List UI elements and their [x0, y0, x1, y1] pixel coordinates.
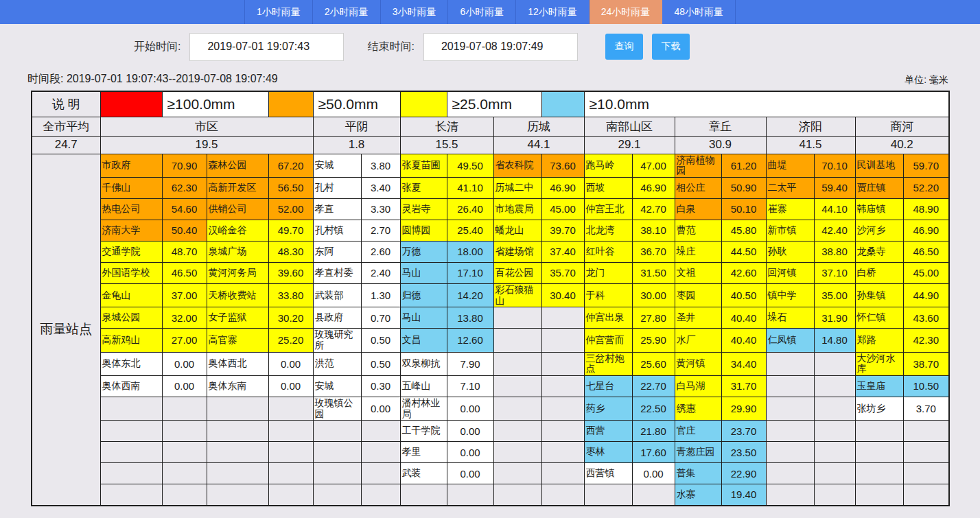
- station-name: 金龟山: [100, 283, 162, 307]
- station-name: 泉城广场: [207, 241, 268, 262]
- station-value: 19.40: [721, 484, 766, 506]
- empty-cell: [814, 421, 855, 442]
- table-row: 济南大学50.40汉峪金谷49.70孔村镇2.70圆博园25.40蟠龙山39.7…: [32, 220, 949, 241]
- station-value: 30.00: [632, 283, 675, 307]
- table-row: 交通学院48.70泉城广场48.30东阿2.60万德18.00省建场馆37.40…: [32, 241, 949, 262]
- station-value: 39.70: [541, 220, 584, 241]
- start-time-input[interactable]: [189, 33, 344, 61]
- empty-cell: [361, 442, 400, 463]
- query-button[interactable]: 查询: [605, 34, 643, 60]
- station-value: 34.40: [721, 352, 766, 375]
- station-value: 42.60: [721, 262, 766, 283]
- station-name: 绣惠: [675, 397, 721, 420]
- legend-threshold-text: ≥100.0mm: [162, 91, 268, 117]
- station-name: 龙桑寺: [855, 241, 903, 262]
- station-name: 郑路: [855, 329, 903, 352]
- station-value: 38.10: [632, 220, 675, 241]
- empty-cell: [855, 421, 903, 442]
- station-name: 安城: [313, 375, 361, 397]
- station-value: 59.70: [903, 154, 949, 177]
- empty-cell: [313, 463, 361, 484]
- station-name: 市政府: [100, 154, 162, 177]
- station-value: 45.80: [721, 220, 766, 241]
- district-header: 章丘: [675, 117, 766, 136]
- station-value: 0.00: [447, 463, 493, 484]
- tab-rainfall-6[interactable]: 24小时雨量: [590, 0, 663, 24]
- station-name: 归德: [400, 283, 447, 307]
- table-row: 金龟山37.00天桥收费站33.80武装部1.30归德14.20彩石狼猫山30.…: [32, 283, 949, 307]
- download-button[interactable]: 下载: [652, 34, 690, 60]
- station-name: 蟠龙山: [493, 220, 541, 241]
- station-name: 大沙河水库: [855, 352, 903, 375]
- empty-cell: [766, 421, 814, 442]
- station-name: 白马湖: [675, 375, 721, 397]
- station-name: 高新鸡山: [100, 329, 162, 352]
- station-name: 黄河镇: [675, 352, 721, 375]
- station-value: 42.70: [632, 198, 675, 220]
- station-value: 21.80: [632, 421, 675, 442]
- station-value: 3.30: [361, 198, 400, 220]
- empty-cell: [541, 442, 584, 463]
- end-time-input[interactable]: [423, 33, 578, 61]
- empty-cell: [361, 484, 400, 506]
- empty-cell: [814, 442, 855, 463]
- station-value: 56.50: [268, 177, 313, 198]
- tab-rainfall-5[interactable]: 12小时雨量: [516, 0, 590, 24]
- station-value: 2.70: [361, 220, 400, 241]
- empty-cell: [162, 442, 207, 463]
- tab-rainfall-3[interactable]: 3小时雨量: [381, 0, 449, 24]
- station-value: 49.70: [268, 220, 313, 241]
- citywide-header: 全市平均: [32, 117, 100, 136]
- district-average: 40.2: [855, 136, 949, 154]
- station-value: 14.20: [447, 283, 493, 307]
- station-name: 曲堤: [766, 154, 814, 177]
- citywide-average: 24.7: [32, 136, 100, 154]
- station-name: 奥体东北: [100, 352, 162, 375]
- station-value: 2.60: [361, 241, 400, 262]
- station-value: 27.80: [632, 307, 675, 329]
- station-value: 39.60: [268, 262, 313, 283]
- empty-cell: [268, 442, 313, 463]
- station-name: 洪范: [313, 352, 361, 375]
- tab-rainfall-1[interactable]: 1小时雨量: [244, 0, 313, 24]
- district-header: 历城: [493, 117, 584, 136]
- station-value: 40.50: [721, 283, 766, 307]
- station-value: 14.80: [814, 329, 855, 352]
- station-name: 孝直: [313, 198, 361, 220]
- station-value: 10.50: [903, 375, 949, 397]
- station-name: 百花公园: [493, 262, 541, 283]
- station-name: 奥体西南: [100, 375, 162, 397]
- station-name: 孔村: [313, 177, 361, 198]
- period-text: 时间段: 2019-07-01 19:07:43--2019-07-08 19:…: [27, 72, 278, 86]
- station-value: 45.00: [903, 262, 949, 283]
- station-value: 62.30: [162, 177, 207, 198]
- empty-cell: [268, 484, 313, 506]
- station-name: 枣园: [675, 283, 721, 307]
- empty-cell: [903, 463, 949, 484]
- station-value: 0.00: [447, 397, 493, 420]
- period-label: 时间段:: [27, 73, 63, 84]
- empty-cell: [313, 421, 361, 442]
- station-name: 垛石: [766, 307, 814, 329]
- empty-cell: [268, 421, 313, 442]
- station-name: 孙耿: [766, 241, 814, 262]
- legend-threshold-text: ≥25.0mm: [447, 91, 541, 117]
- empty-cell: [814, 397, 855, 420]
- station-name: 西坡: [584, 177, 632, 198]
- tab-rainfall-4[interactable]: 6小时雨量: [448, 0, 516, 24]
- station-name: 东阿: [313, 241, 361, 262]
- tab-rainfall-2[interactable]: 2小时雨量: [313, 0, 381, 24]
- tab-rainfall-7[interactable]: 48小时雨量: [662, 0, 736, 24]
- station-name: 白泉: [675, 198, 721, 220]
- station-name: 贾庄镇: [855, 177, 903, 198]
- legend-threshold-text: ≥10.0mm: [584, 91, 949, 117]
- district-average: 44.1: [493, 136, 584, 154]
- station-name: 外国语学校: [100, 262, 162, 283]
- station-value: 13.80: [447, 307, 493, 329]
- station-name: 于科: [584, 283, 632, 307]
- station-name: 省建场馆: [493, 241, 541, 262]
- legend-swatch-yellow: [400, 91, 447, 117]
- start-time-label: 开始时间:: [134, 40, 180, 54]
- station-value: 25.40: [447, 220, 493, 241]
- empty-cell: [766, 484, 814, 506]
